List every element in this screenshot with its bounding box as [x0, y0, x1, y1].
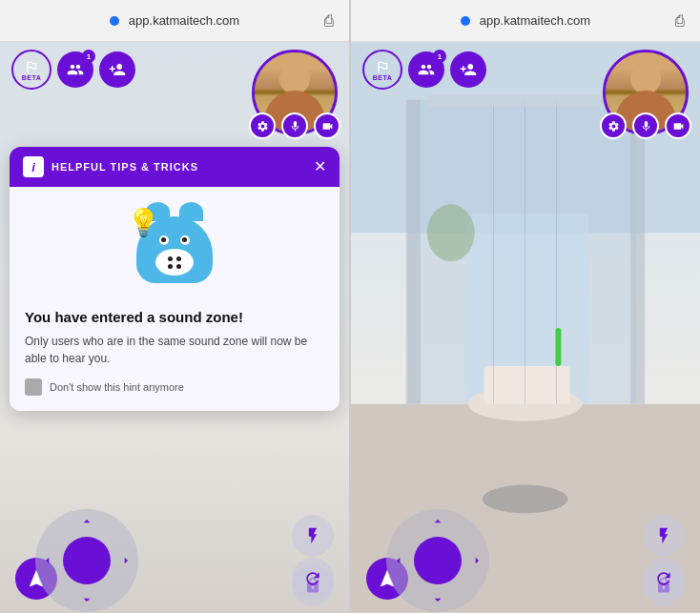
beta-button-right[interactable]: BETA: [362, 50, 402, 90]
add-person-button-right[interactable]: [450, 51, 486, 88]
monster-eye-right: [180, 235, 190, 245]
dpad-left-right-phone[interactable]: [391, 553, 406, 568]
svg-rect-11: [630, 100, 645, 404]
camera-dot-right: [461, 16, 470, 26]
modal-header: i HELPFUL TIPS & TRICKS ✕: [10, 147, 340, 187]
dpad-right-btn[interactable]: [118, 553, 134, 568]
modal-close-button[interactable]: ✕: [314, 159, 326, 174]
monster-eye-left: [159, 235, 169, 245]
left-phone: app.katmaitech.com ⎙ BETA 1: [0, 0, 349, 613]
share-icon-right[interactable]: ⎙: [675, 12, 685, 30]
people-badge-right: 1: [433, 50, 446, 63]
svg-rect-13: [555, 328, 561, 366]
people-button[interactable]: 1: [57, 51, 93, 88]
dpad-up-right[interactable]: [430, 514, 445, 529]
hud-icons-left: BETA 1: [11, 50, 135, 90]
monster-dot-row-1: [168, 256, 181, 261]
settings-button-left[interactable]: [249, 112, 276, 139]
svg-rect-5: [484, 366, 570, 404]
dpad-center-right[interactable]: [414, 537, 462, 584]
monster-dot: [176, 256, 181, 261]
avatar-bottom-icons-right: [600, 112, 691, 139]
beta-label: BETA: [22, 74, 42, 81]
browser-url-right: app.katmaitech.com: [480, 13, 590, 28]
bottom-controls-right: [351, 508, 700, 613]
dpad-down-left[interactable]: [79, 592, 94, 607]
dpad-center-left[interactable]: [63, 537, 111, 584]
svg-rect-10: [406, 100, 421, 404]
browser-bar-right: app.katmaitech.com ⎙: [351, 0, 700, 42]
modal-title: HELPFUL TIPS & TRICKS: [51, 161, 306, 173]
refresh-button-left[interactable]: [292, 558, 334, 600]
dont-show-checkbox[interactable]: [25, 378, 42, 396]
mic-button-left[interactable]: [281, 112, 308, 139]
checkbox-row[interactable]: Don't show this hint anymore: [25, 378, 324, 396]
add-person-button[interactable]: [99, 51, 135, 88]
people-button-right[interactable]: 1: [408, 51, 444, 88]
avatar-container-right: [603, 50, 689, 135]
dpad-up-left[interactable]: [79, 514, 94, 529]
content-area-right: BETA 1: [351, 42, 700, 613]
monster-dot-row-2: [168, 264, 181, 269]
dpad-right: [385, 508, 490, 613]
people-badge: 1: [82, 50, 95, 63]
modal-description: Only users who are in the same sound zon…: [25, 333, 324, 367]
hud-icons-right: BETA 1: [362, 50, 486, 90]
refresh-button-right[interactable]: [643, 558, 685, 600]
browser-url-left: app.katmaitech.com: [129, 13, 239, 28]
monster-dots: [168, 256, 181, 269]
monster-eyes: [159, 235, 190, 245]
camera-button-left[interactable]: [314, 112, 340, 139]
content-area-left: BETA 1: [0, 42, 349, 613]
avatar-bottom-icons-left: [249, 112, 340, 139]
checkbox-label: Don't show this hint anymore: [50, 381, 184, 393]
right-phone: app.katmaitech.com ⎙: [351, 0, 700, 613]
beta-label-right: BETA: [373, 74, 393, 81]
top-hud-left: BETA 1: [0, 50, 349, 135]
share-icon-left[interactable]: ⎙: [324, 12, 334, 30]
monster-belly: [155, 249, 194, 276]
tips-modal: i HELPFUL TIPS & TRICKS ✕: [10, 147, 340, 411]
avatar-container-left: [252, 50, 338, 135]
svg-point-14: [427, 204, 475, 261]
modal-text: You have entered a sound zone! Only user…: [25, 309, 324, 396]
lightning-button-left[interactable]: [292, 515, 334, 557]
modal-heading: You have entered a sound zone!: [25, 309, 324, 325]
lightning-button-right[interactable]: [643, 515, 685, 557]
camera-button-right[interactable]: [665, 112, 691, 139]
dpad-left: [34, 508, 139, 613]
dpad-left-btn[interactable]: [40, 553, 55, 568]
dpad-right-right-phone[interactable]: [469, 553, 484, 568]
top-hud-right: BETA 1: [351, 50, 700, 135]
monster-dot: [176, 264, 181, 269]
monster-dot: [168, 256, 173, 261]
camera-dot-left: [110, 16, 119, 26]
modal-illustration: 💡: [25, 202, 324, 297]
bottom-controls-left: [0, 508, 349, 613]
modal-body: 💡 You have entered a sound zone! Only us…: [10, 187, 340, 411]
monster-dot: [168, 264, 173, 269]
browser-bar-left: app.katmaitech.com ⎙: [0, 0, 349, 42]
settings-button-right[interactable]: [600, 112, 627, 139]
mic-button-right[interactable]: [632, 112, 659, 139]
beta-button[interactable]: BETA: [11, 50, 51, 90]
lightbulb-icon: 💡: [127, 207, 160, 238]
dpad-down-right[interactable]: [430, 592, 445, 607]
modal-info-icon: i: [23, 156, 44, 177]
